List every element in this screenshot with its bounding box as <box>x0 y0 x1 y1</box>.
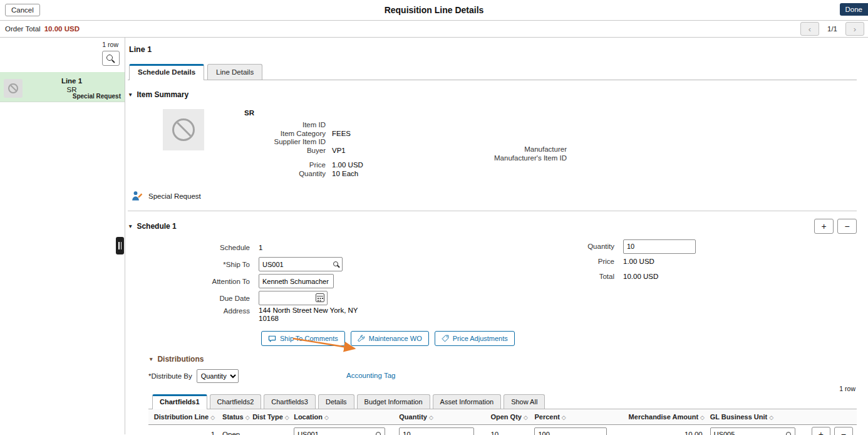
sidebar-line-item[interactable]: Line 1 SR Special Request <box>0 72 125 102</box>
column-header-open-qty[interactable]: Open Qty◇ <box>487 409 530 425</box>
sort-icon: ◇ <box>562 414 566 421</box>
wrench-icon <box>358 335 365 342</box>
chevron-left-icon: ‹ <box>809 24 811 34</box>
tab-show-all[interactable]: Show All <box>504 394 545 409</box>
sidebar-resize-handle[interactable] <box>116 237 124 254</box>
tag-icon <box>442 335 449 342</box>
no-image-icon <box>8 83 18 93</box>
cancel-button[interactable]: Cancel <box>5 4 40 16</box>
due-date-label: Due Date <box>128 295 256 302</box>
dist-type-cell <box>249 425 290 435</box>
quantity-input[interactable] <box>623 239 696 254</box>
distributions-section: ▼ Distributions *Distribute By Quantity … <box>128 355 857 435</box>
distribute-by-select[interactable]: Quantity <box>197 369 239 383</box>
item-summary-header[interactable]: ▼ Item Summary <box>128 90 857 99</box>
price-value: 1.00 USD <box>623 258 654 265</box>
remove-distribution-button[interactable]: − <box>834 427 853 435</box>
ship-to-label: *Ship To <box>128 261 256 268</box>
status-cell: Open <box>219 425 249 435</box>
gl-business-unit-input[interactable] <box>710 427 795 435</box>
accounting-tag-link[interactable]: Accounting Tag <box>346 372 395 379</box>
order-total-label: Order Total <box>5 25 41 33</box>
tab-chartfields3[interactable]: Chartfields3 <box>264 394 316 409</box>
schedule-header[interactable]: ▼ Schedule 1 <box>128 222 177 231</box>
line-heading: Line 1 <box>129 45 857 54</box>
sidebar-item-badge: Special Request <box>73 93 121 100</box>
tab-details[interactable]: Details <box>318 394 354 409</box>
content-area: 1 row Line 1 SR Special Request Line 1 S… <box>0 38 868 434</box>
sidebar-search-button[interactable] <box>102 51 120 66</box>
next-line-button[interactable]: › <box>845 22 864 36</box>
line-details-panel: Line 1 Schedule Details Line Details ▼ I… <box>125 38 868 434</box>
plus-icon: + <box>819 429 824 435</box>
sort-icon: ◇ <box>285 414 289 421</box>
price-adjustments-button[interactable]: Price Adjustments <box>435 331 515 346</box>
sort-icon: ◇ <box>324 414 329 421</box>
column-header-distribution-line[interactable]: Distribution Line◇ <box>148 409 219 425</box>
location-input[interactable] <box>294 427 385 435</box>
collapse-triangle-icon: ▼ <box>128 223 133 229</box>
sort-icon: ◇ <box>429 414 433 421</box>
open-qty-cell: 10 <box>487 425 530 435</box>
column-header-merchandise-amount[interactable]: Merchandise Amount◇ <box>625 409 706 425</box>
distributions-title: Distributions <box>157 355 204 364</box>
column-header-actions <box>808 409 857 425</box>
item-summary-title: Item Summary <box>137 90 189 99</box>
minus-icon: − <box>844 221 849 231</box>
add-distribution-button[interactable]: + <box>812 427 830 435</box>
no-image-icon <box>172 118 195 141</box>
price-label: Price <box>501 258 620 265</box>
tab-asset-information[interactable]: Asset Information <box>433 394 502 409</box>
field-value: 10 Each <box>332 170 358 179</box>
field-value: VP1 <box>332 147 346 155</box>
total-value: 10.00 USD <box>623 273 658 280</box>
special-request-row: Special Request <box>128 191 857 202</box>
remove-schedule-button[interactable]: − <box>837 219 857 234</box>
done-button[interactable]: Done <box>840 3 868 16</box>
row-quantity-input[interactable] <box>399 427 474 435</box>
chevron-right-icon: › <box>854 24 856 34</box>
page-title: Requisition Line Details <box>0 5 868 15</box>
field-label: Quantity <box>244 170 326 179</box>
maintenance-wo-button[interactable]: Maintenance WO <box>351 331 429 346</box>
tab-chartfields2[interactable]: Chartfields2 <box>210 394 262 409</box>
gl-business-unit-cell <box>706 425 808 435</box>
schedule-number-label: Schedule <box>128 244 256 251</box>
column-header-dist-type[interactable]: Dist Type◇ <box>249 409 290 425</box>
schedule-title: Schedule 1 <box>137 222 176 231</box>
location-cell <box>290 425 395 435</box>
sub-header-bar: Order Total10.00 USD ‹ 1/1 › <box>0 21 868 38</box>
field-label: Manufacturer's Item ID <box>442 154 567 163</box>
ship-to-comments-button[interactable]: Ship To Comments <box>261 331 345 346</box>
percent-input[interactable] <box>534 427 607 435</box>
attention-to-input[interactable] <box>259 274 334 288</box>
calendar-icon[interactable] <box>316 293 324 302</box>
chartfield-tabs: Chartfields1 Chartfields2 Chartfields3 D… <box>148 394 857 409</box>
schedule-form: Schedule 1 *Ship To Attention To Due Dat… <box>128 239 857 323</box>
item-summary-body: SR Item ID Item CategoryFEES Supplier It… <box>128 109 857 178</box>
sort-icon: ◇ <box>210 414 215 421</box>
tab-chartfields1[interactable]: Chartfields1 <box>152 394 207 409</box>
tab-line-details[interactable]: Line Details <box>207 64 262 80</box>
line-tabs: Schedule Details Line Details <box>128 64 857 80</box>
line-list-sidebar: 1 row Line 1 SR Special Request <box>0 38 125 434</box>
ship-to-input[interactable] <box>259 257 343 271</box>
column-header-status[interactable]: Status◇ <box>219 409 249 425</box>
column-header-quantity[interactable]: Quantity◇ <box>395 409 487 425</box>
column-header-percent[interactable]: Percent◇ <box>530 409 624 425</box>
search-icon <box>106 55 113 61</box>
field-label: Price <box>244 161 326 170</box>
address-label: Address <box>128 307 256 315</box>
distributions-table: Distribution Line◇ Status◇ Dist Type◇ Lo… <box>148 409 857 435</box>
add-schedule-button[interactable]: + <box>814 219 834 234</box>
tab-schedule-details[interactable]: Schedule Details <box>129 64 204 80</box>
tab-budget-information[interactable]: Budget Information <box>357 394 430 409</box>
distributions-header[interactable]: ▼ Distributions <box>148 355 857 364</box>
column-header-location[interactable]: Location◇ <box>290 409 395 425</box>
distribution-line-cell: 1 <box>148 425 219 435</box>
lookup-search-icon[interactable] <box>786 432 791 435</box>
column-header-gl-business-unit[interactable]: GL Business Unit◇ <box>706 409 808 425</box>
previous-line-button[interactable]: ‹ <box>800 22 819 36</box>
lookup-search-icon[interactable] <box>333 261 338 266</box>
sort-icon: ◇ <box>524 414 528 421</box>
